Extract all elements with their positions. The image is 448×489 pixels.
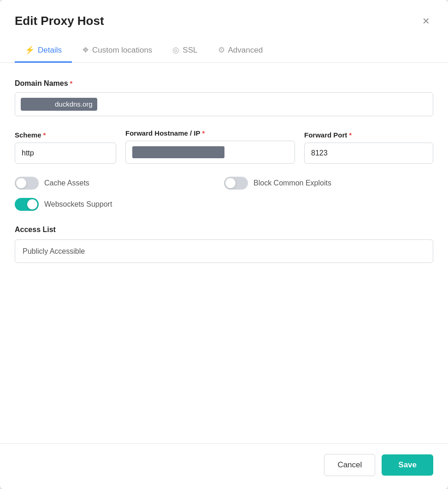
scheme-input[interactable]	[15, 143, 116, 164]
shield-icon: ◎	[172, 45, 179, 55]
cache-assets-group: Cache Assets	[15, 177, 224, 190]
forward-port-field-group: Forward Port *	[304, 131, 433, 164]
domain-names-label: Domain Names *	[15, 79, 433, 88]
close-button[interactable]: ×	[419, 13, 433, 29]
websockets-toggle[interactable]	[15, 198, 39, 211]
websockets-track	[15, 198, 39, 211]
block-exploits-track	[224, 177, 248, 190]
hostname-redacted	[132, 146, 224, 158]
tab-details[interactable]: ⚡ Details	[15, 38, 72, 63]
websockets-row: Websockets Support	[15, 198, 433, 211]
modal-title: Edit Proxy Host	[15, 14, 104, 28]
modal-body: Domain Names * duckdns.org Scheme * Forw…	[0, 63, 448, 365]
edit-proxy-host-modal: Edit Proxy Host × ⚡ Details ❖ Custom loc…	[0, 0, 448, 489]
forward-port-label: Forward Port *	[304, 131, 433, 139]
required-star-scheme: *	[43, 131, 46, 139]
websockets-label: Websockets Support	[44, 200, 112, 209]
domain-tag: duckdns.org	[21, 98, 97, 111]
block-exploits-toggle[interactable]	[224, 177, 248, 190]
forward-hostname-input[interactable]	[125, 141, 295, 164]
access-list-label: Access List	[15, 226, 433, 234]
scheme-hostname-port-row: Scheme * Forward Hostname / IP * Forward…	[15, 129, 433, 164]
tab-custom-locations[interactable]: ❖ Custom locations	[72, 38, 162, 63]
required-star-hostname: *	[202, 129, 205, 137]
forward-hostname-field-group: Forward Hostname / IP *	[125, 129, 295, 164]
tab-bar: ⚡ Details ❖ Custom locations ◎ SSL ⚙ Adv…	[0, 38, 448, 63]
lightning-icon: ⚡	[25, 45, 35, 55]
block-exploits-group: Block Common Exploits	[224, 177, 433, 190]
domain-redacted	[25, 100, 53, 109]
gear-icon: ⚙	[218, 45, 225, 55]
cache-assets-toggle[interactable]	[15, 177, 39, 190]
tab-advanced[interactable]: ⚙ Advanced	[208, 38, 273, 63]
block-exploits-label: Block Common Exploits	[253, 179, 331, 187]
modal-footer: Cancel Save	[0, 443, 448, 489]
layers-icon: ❖	[82, 45, 89, 55]
domain-names-input[interactable]: duckdns.org	[15, 92, 433, 116]
forward-port-input[interactable]	[304, 143, 433, 164]
access-list-section: Access List Publicly Accessible	[15, 226, 433, 263]
toggles-row-1: Cache Assets Block Common Exploits	[15, 177, 433, 190]
save-button[interactable]: Save	[382, 454, 433, 476]
scheme-label: Scheme *	[15, 131, 116, 139]
cache-assets-track	[15, 177, 39, 190]
required-star-port: *	[349, 131, 352, 139]
tab-ssl[interactable]: ◎ SSL	[162, 38, 207, 63]
access-list-select[interactable]: Publicly Accessible	[15, 239, 433, 263]
modal-header: Edit Proxy Host ×	[0, 0, 448, 38]
cache-assets-label: Cache Assets	[44, 179, 89, 187]
scheme-field-group: Scheme *	[15, 131, 116, 164]
forward-hostname-label: Forward Hostname / IP *	[125, 129, 295, 137]
required-star-domain: *	[70, 79, 73, 87]
cancel-button[interactable]: Cancel	[324, 454, 375, 476]
